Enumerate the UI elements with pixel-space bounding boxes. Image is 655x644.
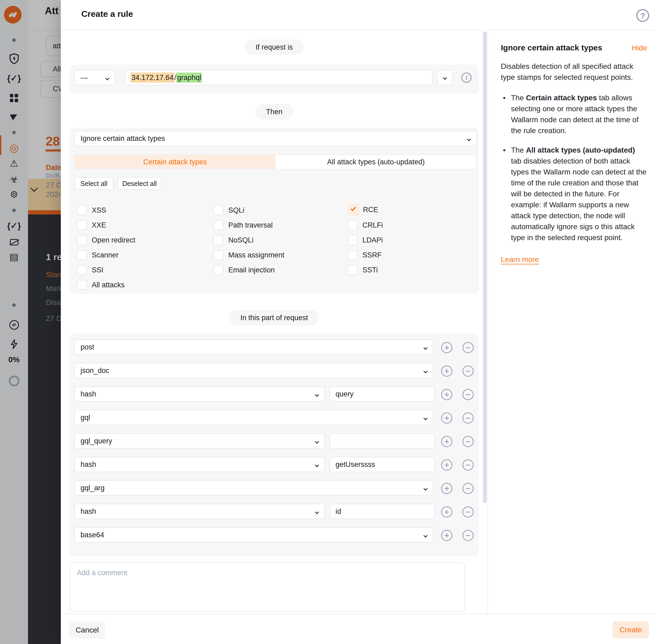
uri-input[interactable]: 34.172.17.64/graphql [125,70,432,85]
attack-type-email-injection[interactable]: Email injection [213,264,275,276]
part-key-input[interactable] [330,433,435,449]
attack-type-label: Path traversal [228,221,273,229]
help-panel-title: Ignore certain attack types [501,43,602,52]
checkbox-icon [77,235,87,245]
checkbox-icon [77,220,87,230]
deselect-all-button[interactable]: Deselect all [117,177,162,190]
attack-type-scanner[interactable]: Scanner [77,249,119,261]
add-part-icon[interactable] [441,459,452,470]
attack-type-xss[interactable]: XSS [77,204,106,216]
add-part-icon[interactable] [441,436,452,447]
part-key-input[interactable] [330,504,435,519]
add-part-icon[interactable] [441,506,452,518]
create-button[interactable]: Create [613,621,649,638]
remove-part-icon[interactable] [463,389,474,400]
attack-types-tabs: Certain attack types All attack types (a… [74,155,477,169]
help-icon[interactable]: ? [636,9,649,22]
add-part-icon[interactable] [441,389,452,400]
expand-uri-button[interactable] [437,70,453,85]
add-part-icon[interactable] [441,530,452,541]
uri-host-token: 34.172.17.64 [131,73,174,83]
if-request-pill: If request is [245,40,304,55]
attack-type-ssrf[interactable]: SSRF [348,249,382,261]
request-part-pill: In this part of request [230,310,319,325]
attack-type-nosqli[interactable]: NoSQLi [213,234,254,246]
attack-type-label: Open redirect [92,236,136,244]
chevron-down-icon [423,369,428,373]
checkbox-icon [77,205,87,215]
scrollbar-thumb[interactable] [483,31,487,503]
remove-part-icon[interactable] [463,436,474,447]
attack-type-ssti[interactable]: SSTi [348,264,378,276]
part-key-input[interactable] [330,386,435,402]
attack-type-xxe[interactable]: XXE [77,219,106,231]
part-value: post [80,343,94,351]
remove-part-icon[interactable] [463,530,474,541]
part-key-input[interactable] [330,457,435,472]
request-part-select[interactable]: gql_query [74,433,325,449]
remove-part-icon[interactable] [463,506,474,518]
add-part-icon[interactable] [441,366,452,377]
hide-link[interactable]: Hide [632,44,647,52]
uri-path-token: graphql [176,73,202,83]
attack-type-ssi[interactable]: SSI [77,264,103,276]
request-part-select[interactable]: hash [74,386,325,402]
remove-part-icon[interactable] [463,412,474,424]
attack-type-sqli[interactable]: SQLi [213,204,244,216]
remove-part-icon[interactable] [463,483,474,494]
add-part-icon[interactable] [441,483,452,494]
attack-type-label: Scanner [92,251,119,259]
request-part-select[interactable]: base64 [74,527,434,543]
part-value: gql_query [80,437,112,445]
attack-type-label: SSTi [362,266,378,274]
add-part-icon[interactable] [441,342,452,353]
attack-type-path-traversal[interactable]: Path traversal [213,219,273,231]
attack-type-label: XSS [92,206,106,214]
part-value: hash [80,460,96,468]
request-part-select[interactable]: hash [74,457,325,472]
tab-all-attack-types[interactable]: All attack types (auto-updated) [276,155,476,169]
checkbox-icon [213,235,224,245]
then-pill: Then [255,104,293,119]
chevron-down-icon [423,416,428,420]
attack-type-label: SSI [92,266,103,274]
attack-type-label: Mass assignment [228,251,284,259]
part-value: gql [80,414,90,421]
cancel-button[interactable]: Cancel [69,622,105,639]
action-select[interactable]: Ignore certain attack types [74,131,477,146]
checkbox-icon [77,250,87,260]
checkbox-icon [348,250,358,260]
attack-type-label: SSRF [362,251,382,259]
tab-certain-attack-types[interactable]: Certain attack types [75,155,276,169]
help-intro: Disables detection of all specified atta… [501,61,647,83]
select-all-button[interactable]: Select all [74,177,114,190]
comment-textarea[interactable] [70,562,465,612]
checkbox-icon [213,250,224,260]
chevron-down-icon [443,76,447,80]
chevron-down-icon [423,533,428,538]
attack-type-label: LDAPi [362,236,383,244]
checkbox-icon [213,265,224,275]
attack-type-rce[interactable]: RCE [348,204,378,216]
remove-part-icon[interactable] [463,366,474,377]
request-part-select[interactable]: json_doc [74,363,434,378]
request-part-select[interactable]: hash [74,504,325,519]
remove-part-icon[interactable] [463,459,474,470]
attack-type-mass-assignment[interactable]: Mass assignment [213,249,284,261]
attack-type-ldapi[interactable]: LDAPi [348,234,383,246]
add-part-icon[interactable] [441,412,452,424]
method-select[interactable]: — [74,70,115,85]
attack-type-open-redirect[interactable]: Open redirect [77,234,136,246]
footer-divider [61,614,655,614]
learn-more-link[interactable]: Learn more [501,255,539,264]
attack-type-crlfi[interactable]: CRLFi [348,219,383,231]
remove-part-icon[interactable] [463,342,474,353]
request-part-select[interactable]: post [74,339,434,355]
chevron-down-icon [315,510,319,514]
request-part-select[interactable]: gql_arg [74,480,434,496]
info-icon[interactable]: i [461,73,471,83]
request-part-select[interactable]: gql [74,410,434,425]
help-panel: Ignore certain attack types Hide Disable… [488,30,655,614]
dialog-title: Create a rule [81,9,133,19]
attack-type-all-attacks[interactable]: All attacks [77,279,124,291]
